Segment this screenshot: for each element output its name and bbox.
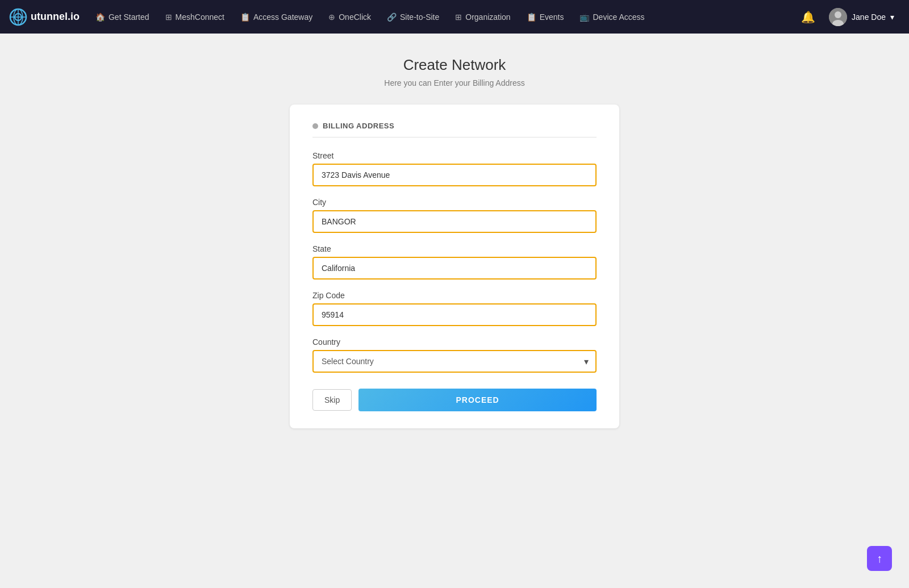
scroll-to-top-button[interactable]: ↑ [867,546,892,571]
country-label: Country [312,337,597,347]
country-select-wrapper: Select Country United States United King… [312,350,597,373]
section-icon [312,123,318,129]
country-select[interactable]: Select Country United States United King… [312,350,597,373]
events-icon: 📋 [527,12,536,22]
street-input[interactable] [312,164,597,186]
device-access-icon: 📺 [579,12,589,22]
proceed-button[interactable]: PROCEED [358,389,597,411]
page-title: Create Network [403,56,506,74]
access-gateway-icon: 📋 [240,12,250,22]
state-input[interactable] [312,257,597,280]
logo-text: utunnel.io [31,11,80,23]
state-group: State [312,244,597,280]
main-content: Create Network Here you can Enter your B… [0,34,909,451]
nav-item-meshconnect[interactable]: ⊞ MeshConnect [159,9,231,25]
user-menu-chevron: ▾ [890,12,894,22]
city-input[interactable] [312,210,597,233]
country-group: Country Select Country United States Uni… [312,337,597,373]
meshconnect-icon: ⊞ [165,12,172,22]
city-label: City [312,198,597,207]
skip-button[interactable]: Skip [312,389,352,411]
home-icon: 🏠 [95,12,105,22]
zipcode-label: Zip Code [312,291,597,300]
site-to-site-icon: 🔗 [387,12,397,22]
zipcode-group: Zip Code [312,291,597,326]
user-name: Jane Doe [852,12,886,22]
nav-item-site-to-site[interactable]: 🔗 Site-to-Site [380,9,446,25]
nav-item-access-gateway[interactable]: 📋 Access Gateway [233,9,319,25]
nav-item-device-access[interactable]: 📺 Device Access [573,9,651,25]
street-label: Street [312,151,597,160]
notifications-bell[interactable]: 🔔 [795,7,821,27]
nav-item-organization[interactable]: ⊞ Organization [448,9,517,25]
nav-item-oneclick[interactable]: ⊕ OneClick [322,9,378,25]
state-label: State [312,244,597,253]
city-group: City [312,198,597,233]
logo[interactable]: utunnel.io [9,8,80,26]
arrow-up-icon: ↑ [877,552,882,565]
section-header: BILLING ADDRESS [312,122,597,137]
zipcode-input[interactable] [312,303,597,326]
organization-icon: ⊞ [455,12,462,22]
page-subtitle: Here you can Enter your Billing Address [384,78,524,87]
svg-point-6 [835,11,841,18]
form-actions: Skip PROCEED [312,389,597,411]
nav-item-get-started[interactable]: 🏠 Get Started [89,9,156,25]
nav-item-events[interactable]: 📋 Events [520,9,571,25]
street-group: Street [312,151,597,186]
navbar: utunnel.io 🏠 Get Started ⊞ MeshConnect 📋… [0,0,909,34]
user-menu[interactable]: Jane Doe ▾ [823,5,900,30]
billing-address-card: BILLING ADDRESS Street City State Zip Co… [290,105,619,428]
avatar [829,8,847,26]
oneclick-icon: ⊕ [328,12,335,22]
section-title: BILLING ADDRESS [323,122,394,130]
